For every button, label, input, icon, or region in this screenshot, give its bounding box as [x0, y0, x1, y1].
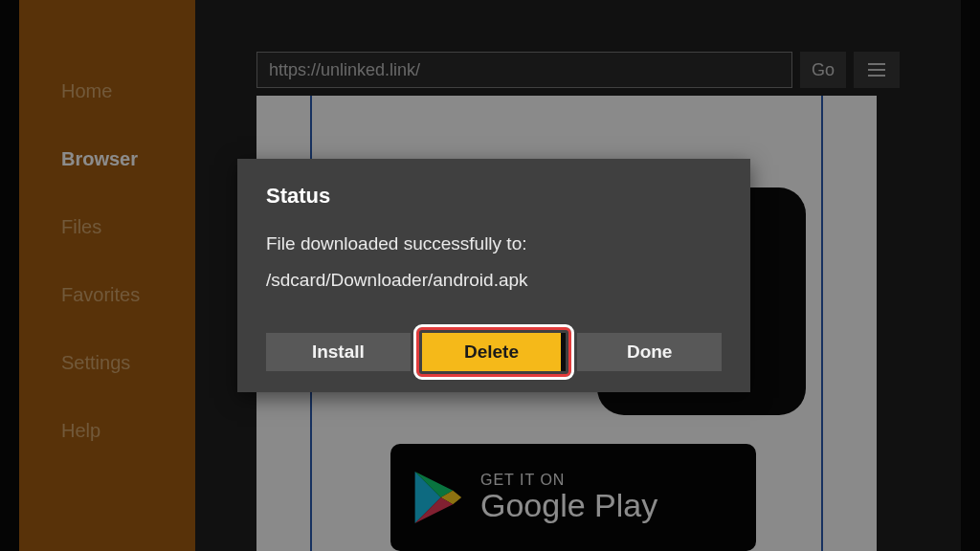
install-button[interactable]: Install	[266, 333, 411, 371]
delete-button-wrap: Delete	[422, 333, 567, 371]
dialog-message: File downloaded successfully to:	[266, 233, 722, 254]
button-label: Delete	[464, 342, 519, 363]
dialog-button-row: Install Delete Done	[266, 333, 722, 371]
done-button[interactable]: Done	[577, 333, 722, 371]
button-label: Install	[312, 342, 365, 363]
dialog-file-path: /sdcard/Downloader/android.apk	[266, 270, 722, 291]
status-dialog: Status File downloaded successfully to: …	[237, 159, 750, 392]
dialog-title: Status	[266, 184, 722, 209]
button-label: Done	[627, 342, 673, 363]
delete-button[interactable]: Delete	[422, 333, 567, 371]
